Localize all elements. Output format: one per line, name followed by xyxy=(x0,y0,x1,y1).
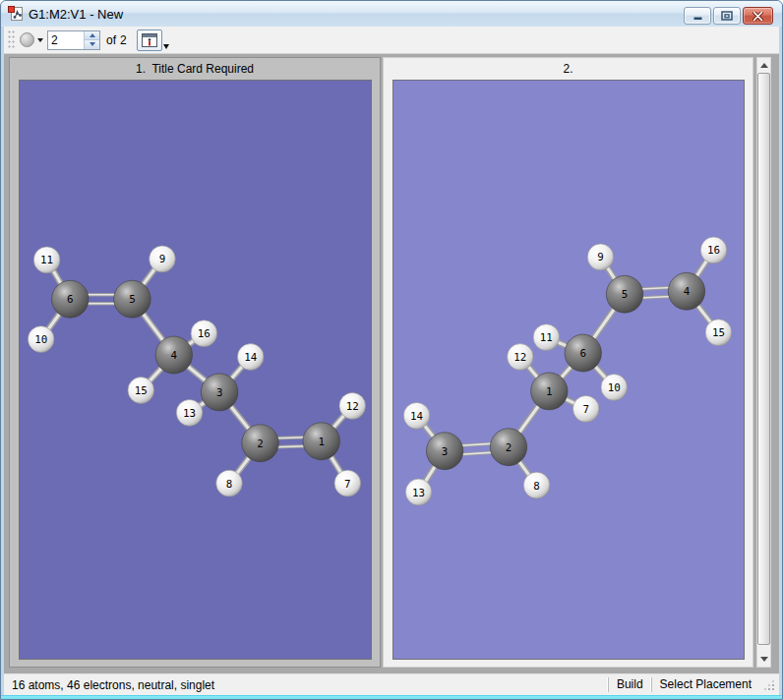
display-format-button[interactable] xyxy=(137,29,162,51)
view-panel-1: 1. Title Card Required 12345678910111213… xyxy=(9,57,381,668)
molecule-svg: 12345678910111213141516 xyxy=(393,81,744,659)
scroll-thumb[interactable] xyxy=(757,73,770,645)
total-views: 2 xyxy=(120,33,127,47)
scroll-down-icon xyxy=(760,657,768,662)
maximize-button[interactable] xyxy=(713,7,741,25)
atom-label: 10 xyxy=(34,333,47,346)
atom-label: 12 xyxy=(346,400,359,413)
atom-label: 3 xyxy=(442,445,449,458)
atom-indicator-button[interactable] xyxy=(20,32,34,47)
atom-label: 14 xyxy=(244,351,257,364)
view-number-spinner xyxy=(47,30,100,50)
down-arrow-icon xyxy=(90,42,95,46)
atom-label: 2 xyxy=(506,441,512,454)
atom-label: 13 xyxy=(183,407,196,420)
panel-1-header: 1. Title Card Required xyxy=(10,58,380,80)
atom-label: 16 xyxy=(707,244,720,257)
resize-grip[interactable] xyxy=(763,679,775,691)
panel-2-header: 2. xyxy=(384,58,753,80)
molecule-viewport-2[interactable]: 12345678910111213141516 xyxy=(392,80,745,660)
atom-label: 4 xyxy=(684,285,691,298)
app-window: G1:M2:V1 - New xyxy=(0,0,783,700)
view-panel-2: 2. 12345678910111213141516 xyxy=(383,57,753,668)
workspace: 1. Title Card Required 12345678910111213… xyxy=(4,54,779,673)
atom-label: 2 xyxy=(257,438,264,450)
atom-label: 9 xyxy=(597,251,604,263)
molecule-svg: 12345678910111213141516 xyxy=(20,81,371,659)
minimize-button[interactable] xyxy=(684,7,711,25)
titlebar[interactable]: G1:M2:V1 - New xyxy=(1,1,782,27)
atom-label: 8 xyxy=(226,478,233,491)
of-label: of xyxy=(106,33,116,47)
vertical-scrollbar[interactable] xyxy=(756,57,771,668)
atom-label: 9 xyxy=(159,253,166,265)
atom-label: 1 xyxy=(546,385,553,398)
view-count: of2 xyxy=(106,33,131,47)
dropdown-arrow-icon[interactable] xyxy=(37,38,43,42)
atom-label: 8 xyxy=(533,480,540,493)
toolbar-grip[interactable] xyxy=(8,30,15,50)
app-icon xyxy=(8,6,24,22)
atom-label: 15 xyxy=(712,326,725,339)
atom-label: 3 xyxy=(216,386,223,399)
spinner-up-button[interactable] xyxy=(85,31,99,41)
atom-label: 7 xyxy=(582,403,589,416)
view-number-input[interactable] xyxy=(48,31,84,49)
scroll-down-button[interactable] xyxy=(757,652,770,667)
spinner-down-button[interactable] xyxy=(85,40,99,49)
maximize-icon xyxy=(721,11,733,21)
minimize-icon xyxy=(693,12,703,21)
scroll-up-icon xyxy=(760,63,768,68)
atom-label: 16 xyxy=(198,327,211,340)
molecule-viewport-1[interactable]: 12345678910111213141516 xyxy=(19,80,372,660)
atom-label: 14 xyxy=(410,410,423,423)
close-button[interactable] xyxy=(743,7,773,25)
toolbar: of2 xyxy=(4,27,779,54)
atom-label: 10 xyxy=(608,381,621,394)
atom-label: 15 xyxy=(135,384,148,397)
window-title: G1:M2:V1 - New xyxy=(29,7,123,22)
window-border-right xyxy=(779,27,782,699)
atom-label: 12 xyxy=(513,351,526,364)
close-icon xyxy=(753,12,763,21)
up-arrow-icon xyxy=(90,33,95,37)
format-dropdown-icon[interactable] xyxy=(163,44,169,49)
atom-label: 11 xyxy=(540,331,553,344)
atom-label: 6 xyxy=(579,347,586,360)
atom-label: 13 xyxy=(412,486,425,498)
atom-label: 4 xyxy=(171,349,178,362)
status-mode-build: Build xyxy=(608,677,651,692)
status-info: 16 atoms, 46 electrons, neutral, singlet xyxy=(12,678,214,692)
atom-label: 11 xyxy=(40,254,53,266)
spinner-buttons xyxy=(84,31,99,49)
atom-label: 6 xyxy=(67,293,74,306)
atom-label: 7 xyxy=(344,478,351,491)
scroll-up-button[interactable] xyxy=(757,58,770,73)
atom-label: 5 xyxy=(129,293,136,306)
atom-label: 5 xyxy=(622,288,629,301)
window-border-left xyxy=(1,27,4,699)
display-format-icon xyxy=(142,33,157,47)
window-border-bottom xyxy=(1,695,782,699)
status-mode-placement: Select Placement xyxy=(651,677,759,692)
atom-label: 1 xyxy=(318,436,325,448)
statusbar: 16 atoms, 46 electrons, neutral, singlet… xyxy=(4,673,779,695)
